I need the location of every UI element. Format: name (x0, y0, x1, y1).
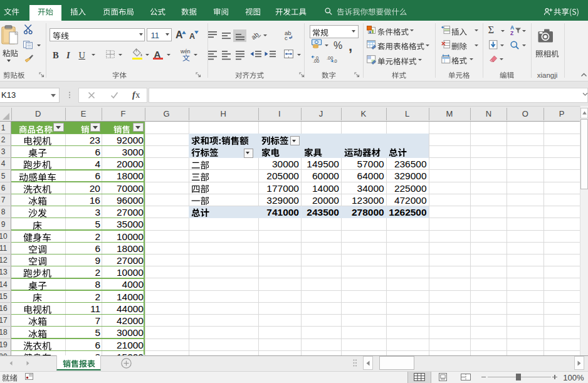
svg-text:.0: .0 (333, 58, 337, 64)
svg-text:c: c (285, 34, 288, 41)
svg-text:.00: .00 (313, 58, 319, 64)
svg-text:Z: Z (510, 30, 513, 36)
svg-text:ab: ab (249, 31, 260, 41)
